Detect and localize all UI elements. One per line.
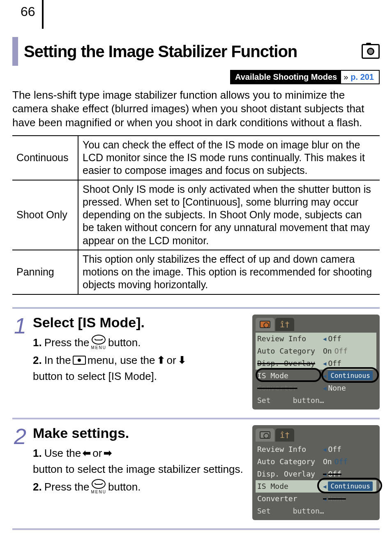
lcd-tab-tools-icon: î† — [275, 318, 294, 331]
triangle-left-icon: ◀ — [323, 336, 326, 342]
step-heading: Select [IS Mode]. — [33, 315, 247, 331]
table-desc: Shoot Only IS mode is only activated whe… — [78, 180, 380, 250]
up-arrow-icon: ⬆ — [157, 353, 165, 368]
table-desc: You can check the effect of the IS mode … — [78, 136, 380, 180]
lcd-row: Converter ◀None — [256, 382, 376, 394]
text: button. — [108, 335, 141, 351]
text: button to select the image stabilizer se… — [33, 461, 243, 477]
list-number: 2. — [33, 479, 42, 495]
rec-menu-icon — [73, 356, 86, 365]
text: Press the — [44, 479, 90, 495]
lcd-value: Off — [328, 359, 341, 368]
lcd-row: Review Info ◀Off — [256, 333, 376, 345]
page-title: Setting the Image Stabilizer Function — [24, 42, 358, 61]
table-label: Panning — [12, 250, 78, 294]
triangle-left-icon: ◀ — [323, 360, 326, 367]
intro-paragraph: The lens-shift type image stabilizer fun… — [12, 88, 380, 130]
triangle-left-icon: ◀ — [323, 495, 326, 502]
heading-accent-bar — [12, 37, 18, 66]
lcd-label: IS Mode — [256, 482, 323, 491]
list-number: 1. — [33, 445, 42, 461]
lcd-row: Auto Category OnOff — [256, 456, 376, 468]
vertical-separator — [42, 0, 44, 29]
text: Press the — [44, 335, 90, 351]
menu-button-icon: MENU — [91, 335, 106, 351]
steps-container: 1 Select [IS Mode]. 1. Press the MENU bu… — [12, 307, 380, 530]
list-number: 2. — [33, 352, 42, 368]
step-heading: Make settings. — [33, 425, 247, 441]
lcd-screenshot-2: î† Review Info ◀Off Auto Category OnOff … — [252, 425, 380, 520]
step-line: 2. In the menu, use the ⬆ or ⬇ button to… — [33, 352, 247, 384]
callout-oval-icon — [321, 367, 379, 383]
step-line: 1. Press the MENU button. — [33, 335, 247, 351]
lcd-label: Converter — [256, 384, 323, 392]
lcd-set-line: Set button… — [256, 394, 376, 406]
menu-button-icon: MENU — [91, 479, 106, 495]
left-arrow-icon: ⬅ — [83, 446, 91, 460]
step-number: 2 — [12, 425, 33, 520]
lcd-label: Converter — [256, 494, 323, 503]
table-label: Continuous — [12, 136, 78, 180]
triangle-left-icon: ◀ — [323, 471, 326, 477]
lcd-label: Disp. Overlay — [256, 470, 323, 478]
page-number-area: 66 — [12, 0, 380, 29]
lcd-value: Off — [328, 445, 341, 454]
lcd-row: Converter ◀None — [256, 493, 376, 505]
chevron-icon: » — [341, 72, 350, 82]
step-2: 2 Make settings. 1. Use the ⬅ or ➡ butto… — [12, 419, 380, 530]
available-modes-label: Available Shooting Modes — [231, 71, 341, 83]
text: button to select [IS Mode]. — [33, 368, 157, 384]
lcd-value-off: Off — [334, 347, 348, 355]
table-row: Shoot Only Shoot Only IS mode is only ac… — [12, 180, 380, 250]
lcd-tab-rec-icon — [256, 428, 274, 442]
lcd-value-on: On — [323, 457, 332, 466]
is-mode-table: Continuous You can check the effect of t… — [12, 135, 380, 295]
lcd-value-off: Off — [334, 457, 348, 466]
table-label: Shoot Only — [12, 180, 78, 250]
lcd-row: Review Info ◀Off — [256, 443, 376, 456]
lcd-label: Review Info — [256, 334, 323, 343]
triangle-left-icon: ◀ — [323, 385, 326, 391]
callout-oval-icon — [317, 478, 382, 493]
table-row: Panning This option only stabilizes the … — [12, 250, 380, 294]
lcd-row: Auto Category OnOff — [256, 345, 376, 357]
lcd-label: Auto Category — [256, 457, 323, 466]
right-arrow-icon: ➡ — [104, 446, 112, 460]
lcd-tabs: î† — [256, 318, 376, 331]
text: button. — [108, 479, 141, 495]
page: 66 Setting the Image Stabilizer Function… — [0, 0, 392, 546]
page-number: 66 — [12, 0, 39, 23]
lcd-value: Off — [328, 470, 341, 478]
camera-mode-icon — [362, 44, 380, 59]
table-desc: This option only stabilizes the effect o… — [78, 250, 380, 294]
step-text: Select [IS Mode]. 1. Press the MENU butt… — [33, 315, 252, 410]
menu-label: MENU — [91, 345, 106, 351]
table-row: Continuous You can check the effect of t… — [12, 136, 380, 180]
down-arrow-icon: ⬇ — [178, 353, 186, 368]
text: Use the — [44, 445, 81, 461]
list-number: 1. — [33, 335, 42, 351]
menu-label: MENU — [91, 489, 106, 495]
step-number: 1 — [12, 315, 33, 410]
lcd-screenshot-1: î† Review Info ◀Off Auto Category OnOff … — [252, 315, 380, 410]
text: or — [167, 352, 176, 368]
lcd-value: Off — [328, 334, 341, 343]
text: In the — [44, 352, 71, 368]
lcd-tab-rec-icon — [256, 318, 274, 331]
available-modes-link[interactable]: p. 201 — [350, 72, 379, 82]
lcd-label: Review Info — [256, 445, 323, 454]
step-1: 1 Select [IS Mode]. 1. Press the MENU bu… — [12, 309, 380, 419]
callout-oval-icon — [256, 368, 321, 382]
lcd-value: None — [328, 494, 346, 503]
step-text: Make settings. 1. Use the ⬅ or ➡ button … — [33, 425, 252, 520]
heading-row: Setting the Image Stabilizer Function — [12, 37, 380, 66]
text: or — [92, 445, 102, 461]
lcd-tab-tools-icon: î† — [275, 428, 294, 442]
step-line: 1. Use the ⬅ or ➡ button to select the i… — [33, 445, 247, 477]
text: menu, use the — [88, 352, 155, 368]
triangle-left-icon: ◀ — [323, 446, 326, 453]
lcd-tabs: î† — [256, 428, 376, 442]
available-modes-box: Available Shooting Modes » p. 201 — [230, 70, 380, 84]
lcd-value: None — [328, 384, 346, 392]
lcd-set-line: Set button… — [256, 505, 376, 517]
